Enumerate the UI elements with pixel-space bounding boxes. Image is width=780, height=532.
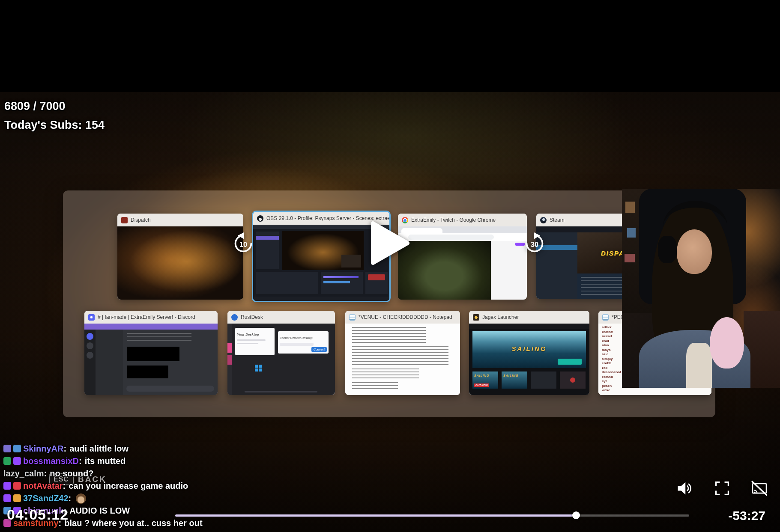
chrome-toolbar — [398, 233, 527, 241]
white-shirt — [686, 343, 712, 388]
notepad-text-block — [352, 369, 418, 378]
seek-bar-track — [175, 514, 689, 517]
obs-record-button — [368, 274, 385, 280]
rustdesk-id-line — [237, 339, 266, 341]
jagex-sailing-banner: SAILING — [472, 331, 586, 368]
notepad-text-block — [352, 382, 398, 389]
play-icon — [369, 220, 411, 266]
chat-text: no sound? — [50, 469, 93, 478]
rustdesk-window-preview: Your Desktop Control Remote Desktop Conn… — [227, 324, 335, 395]
chat-username: SkinnyAR — [23, 444, 63, 453]
volume-button[interactable] — [676, 480, 693, 497]
dispatch-app-icon — [121, 217, 128, 223]
sub-goal-counter: 6809 / 7000 — [4, 97, 105, 116]
window-thumbnail-chrome[interactable]: ExtraEmily - Twitch - Google Chrome — [398, 214, 527, 300]
obs-volume-meter — [323, 276, 359, 278]
window-title: # | fan-made | ExtraEmily Server! - Disc… — [98, 314, 195, 320]
chat-message: SkinnyAR:audi alittle low — [3, 443, 303, 455]
discord-spoiler-block — [127, 366, 168, 378]
rustdesk-desktop-panel: Your Desktop — [235, 328, 275, 355]
seek-bar[interactable] — [175, 510, 689, 520]
jagex-topbar — [469, 324, 589, 329]
rustdesk-status-line — [245, 391, 317, 392]
fullscreen-icon — [714, 480, 731, 497]
chrome-page-content — [398, 241, 527, 300]
chat-text: AUDIO IS LOW — [69, 506, 130, 515]
cast-off-button[interactable] — [751, 480, 768, 497]
chat-separator: : — [63, 444, 66, 453]
sub-badge-icon — [3, 494, 11, 502]
sub-badge-icon — [13, 445, 21, 452]
jagex-game-tile: SAILING — [502, 372, 527, 389]
letterbox-top — [0, 0, 780, 92]
window-title-bar: Dispatch — [117, 214, 243, 226]
discord-server-icon — [87, 352, 93, 359]
notepad-window-preview — [345, 324, 460, 395]
obs-controls-panel — [365, 272, 388, 294]
jagex-tile-title: SAILING — [503, 374, 518, 377]
fullscreen-button[interactable] — [714, 480, 731, 497]
discord-spoiler-block — [127, 347, 179, 361]
chat-message: notAvatar:can you increase game audio — [3, 480, 303, 492]
pink-plush-toy — [710, 317, 744, 369]
svg-text:10: 10 — [239, 241, 247, 248]
stream-stats-overlay: 6809 / 7000 Today's Subs: 154 — [4, 97, 105, 134]
notepad-app-icon — [602, 314, 609, 321]
forward-30-button[interactable]: 30 — [523, 232, 546, 255]
twitch-vod-player: 6809 / 7000 Today's Subs: 154 Dispatch O… — [0, 0, 780, 532]
window-thumbnail-discord[interactable]: # | fan-made | ExtraEmily Server! - Disc… — [84, 311, 218, 395]
jagex-window-preview: SAILING SAILING OUT NOW SAILING — [469, 324, 589, 395]
chat-separator: : — [79, 456, 82, 466]
twitch-stream-video — [398, 241, 491, 300]
chat-separator: : — [44, 469, 47, 478]
discord-channel-list — [96, 330, 123, 395]
sub-badge-icon — [13, 457, 21, 465]
window-thumbnail-notepad-venue[interactable]: *VENUE - CHECK!DDDDDDD - Notepad — [345, 311, 460, 395]
obs-statusbar — [253, 297, 389, 301]
window-title-bar: ExtraEmily - Twitch - Google Chrome — [398, 214, 527, 226]
chrome-address-bar — [408, 235, 494, 240]
chat-username: lazy_calm — [3, 469, 44, 478]
peo-list-name: wake — [602, 388, 711, 393]
window-title: Jagex Launcher — [482, 314, 519, 320]
dispatch-window-preview — [117, 226, 243, 300]
rustdesk-id-field — [280, 343, 314, 346]
rustdesk-password-line — [237, 343, 258, 344]
forward-icon: 30 — [523, 232, 546, 255]
chat-separator: : — [63, 481, 66, 490]
chat-separator: : — [69, 493, 72, 503]
discord-server-icon — [87, 333, 93, 340]
play-button[interactable] — [369, 220, 411, 266]
window-thumbnail-rustdesk[interactable]: RustDesk Your Desktop Control Remote Des… — [227, 311, 335, 395]
window-thumbnail-jagex[interactable]: Jagex Launcher SAILING SAILING OUT NOW S… — [469, 311, 589, 395]
discord-banner — [84, 324, 218, 330]
rustdesk-connect-card: Control Remote Desktop Connect — [278, 331, 329, 354]
notepad-app-icon — [349, 314, 356, 321]
jagex-game-tile — [531, 372, 556, 389]
sub-badge-icon — [3, 445, 11, 452]
discord-app-icon — [88, 314, 95, 321]
discord-server-rail — [84, 330, 96, 395]
discord-message-lines — [127, 333, 191, 343]
monkey-emote-icon — [76, 493, 86, 504]
discord-server-icon — [87, 342, 93, 349]
window-title-bar: Jagex Launcher — [469, 311, 589, 324]
seek-bar-fill — [175, 514, 576, 517]
rewind-icon: 10 — [232, 232, 254, 255]
chat-message: lazy_calm:no sound? — [3, 467, 303, 480]
seek-bar-knob[interactable] — [572, 511, 580, 519]
shelf-figurine — [625, 254, 635, 262]
chat-message: 37SandZ42: — [3, 492, 303, 505]
jagex-tile-logo — [570, 377, 575, 383]
notepad-text-block — [352, 327, 426, 343]
jagex-tile-title: SAILING — [474, 374, 489, 377]
headphone-earcup — [658, 236, 677, 263]
window-thumbnail-dispatch[interactable]: Dispatch — [117, 214, 243, 300]
chrome-window-preview — [398, 226, 527, 300]
rustdesk-app-icon — [231, 314, 238, 321]
window-title-bar: # | fan-made | ExtraEmily Server! - Disc… — [84, 311, 218, 324]
jagex-out-now-badge: OUT NOW — [474, 383, 489, 387]
window-title: ExtraEmily - Twitch - Google Chrome — [411, 217, 496, 223]
obs-volume-meter-2 — [323, 281, 350, 283]
rewind-10-button[interactable]: 10 — [232, 232, 254, 255]
